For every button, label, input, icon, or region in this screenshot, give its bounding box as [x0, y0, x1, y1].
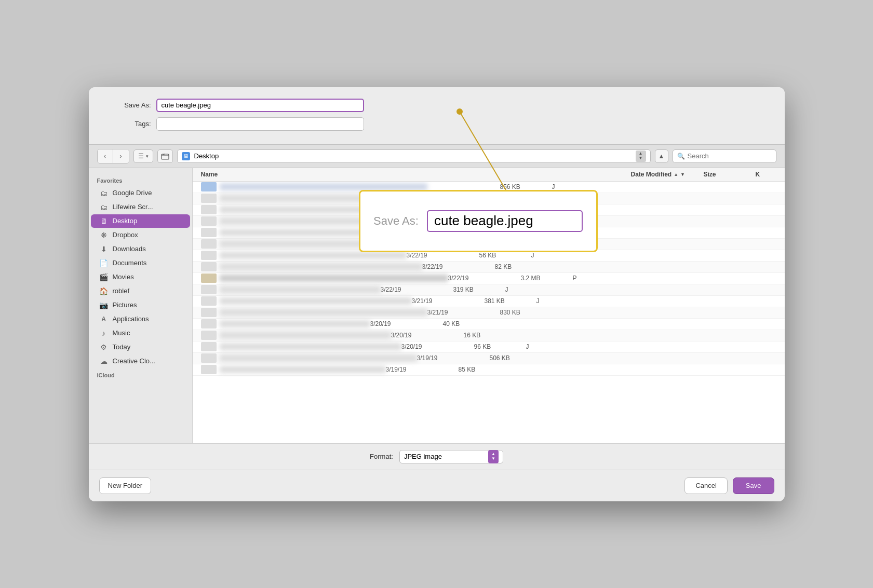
- view-lines-icon: ☰: [138, 153, 144, 160]
- save-button[interactable]: Save: [733, 477, 774, 494]
- annotation-save-as-label: Save As:: [373, 214, 419, 228]
- search-input[interactable]: [688, 152, 772, 160]
- sidebar-item-today[interactable]: ⚙ Today: [91, 340, 190, 354]
- save-as-input[interactable]: [156, 99, 364, 112]
- dialog-top: Save As: Tags:: [89, 87, 785, 144]
- sidebar-item-applications[interactable]: A Applications: [91, 312, 190, 326]
- movies-icon: 🎬: [99, 272, 109, 282]
- file-date: 3/21/19: [427, 309, 500, 316]
- file-size: 16 KB: [464, 332, 516, 339]
- col-name-header: Name: [201, 171, 631, 178]
- file-size: 85 KB: [459, 366, 511, 373]
- file-kind: J: [531, 252, 552, 259]
- sidebar-item-pictures[interactable]: 📷 Pictures: [91, 298, 190, 312]
- sidebar-item-roblef[interactable]: 🏠 roblef: [91, 284, 190, 298]
- creative-cloud-icon: ☁: [99, 357, 109, 366]
- view-options-button[interactable]: ☰ ▾: [133, 149, 153, 163]
- downloads-icon: ⬇: [99, 244, 109, 254]
- file-kind: J: [526, 343, 547, 350]
- file-kind: J: [552, 183, 573, 190]
- table-row[interactable]: 3/21/19 381 KB J: [193, 296, 785, 307]
- sidebar: Favorites 🗂 Google Drive 🗂 Lifewire Scr.…: [89, 168, 193, 443]
- sidebar-item-label: Lifewire Scr...: [113, 203, 153, 211]
- tags-row: Tags:: [110, 117, 764, 131]
- format-stepper[interactable]: ▲ ▼: [488, 450, 499, 463]
- file-name: [220, 354, 417, 362]
- toolbar: ‹ › ☰ ▾ 🖥 Desktop ▲ ▼ ▲ 🔍: [89, 144, 785, 168]
- file-thumbnail: [201, 194, 217, 203]
- view-dropdown-icon: ▾: [146, 154, 149, 159]
- file-thumbnail: [201, 319, 217, 329]
- table-row[interactable]: 3/20/19 16 KB: [193, 330, 785, 341]
- file-name: [220, 252, 407, 259]
- format-select[interactable]: JPEG image ▲ ▼: [399, 450, 503, 463]
- table-row[interactable]: 3/22/19 319 KB J: [193, 284, 785, 296]
- file-thumbnail: [201, 342, 217, 351]
- sidebar-item-creative-cloud[interactable]: ☁ Creative Clo...: [91, 354, 190, 368]
- sidebar-item-label: Creative Clo...: [113, 357, 155, 365]
- file-size: 319 KB: [453, 286, 505, 293]
- file-thumbnail: [201, 274, 217, 283]
- format-row: Format: JPEG image ▲ ▼: [89, 443, 785, 470]
- dropbox-icon: ❋: [99, 230, 109, 240]
- annotation-filename-input[interactable]: [427, 210, 583, 232]
- expand-button[interactable]: ▲: [655, 149, 668, 163]
- file-date: 3/19/19: [386, 366, 459, 373]
- sidebar-item-movies[interactable]: 🎬 Movies: [91, 270, 190, 284]
- lifewire-icon: 🗂: [99, 202, 109, 212]
- file-date: 3/20/19: [401, 343, 474, 350]
- desktop-icon: 🖥: [182, 152, 190, 160]
- sidebar-item-documents[interactable]: 📄 Documents: [91, 256, 190, 270]
- sidebar-item-label: Downloads: [113, 245, 146, 253]
- cancel-button[interactable]: Cancel: [684, 477, 727, 494]
- file-size: 40 KB: [443, 320, 495, 327]
- sidebar-item-downloads[interactable]: ⬇ Downloads: [91, 242, 190, 256]
- file-size: 856 KB: [500, 183, 552, 190]
- file-name: [220, 286, 381, 293]
- file-thumbnail: [201, 308, 217, 317]
- save-dialog: Save As: Tags: ‹ › ☰ ▾ 🖥 Desktop: [89, 87, 785, 501]
- forward-button[interactable]: ›: [113, 149, 129, 163]
- back-button[interactable]: ‹: [98, 149, 113, 163]
- music-icon: ♪: [99, 329, 109, 338]
- table-row[interactable]: 3/22/19 82 KB: [193, 262, 785, 273]
- desktop-sidebar-icon: 🖥: [99, 216, 109, 226]
- location-label: Desktop: [194, 152, 219, 160]
- table-row[interactable]: 3/19/19 506 KB: [193, 353, 785, 364]
- table-row[interactable]: 3/20/19 96 KB J: [193, 341, 785, 353]
- sidebar-item-lifewire[interactable]: 🗂 Lifewire Scr...: [91, 200, 190, 214]
- table-row[interactable]: 3/20/19 40 KB: [193, 319, 785, 330]
- file-kind: J: [536, 297, 557, 305]
- file-list-header: Name Date Modified ▲ ▾ Size K: [193, 168, 785, 182]
- bottom-bar: New Folder Cancel Save: [89, 470, 785, 501]
- location-selector[interactable]: 🖥 Desktop ▲ ▼: [177, 149, 651, 163]
- location-stepper[interactable]: ▲ ▼: [636, 151, 646, 162]
- google-drive-icon: 🗂: [99, 188, 109, 198]
- file-thumbnail: [201, 331, 217, 340]
- favorites-section-label: Favorites: [89, 175, 192, 186]
- search-icon: 🔍: [677, 153, 685, 160]
- file-date: 3/22/19: [407, 252, 479, 259]
- icloud-section-label: iCloud: [89, 370, 192, 380]
- file-thumbnail: [201, 251, 217, 260]
- tags-input[interactable]: [156, 117, 364, 131]
- sort-icon[interactable]: ▲: [674, 172, 678, 177]
- table-row[interactable]: 3/21/19 830 KB: [193, 307, 785, 319]
- new-folder-toolbar-button[interactable]: [157, 149, 173, 163]
- sidebar-item-desktop[interactable]: 🖥 Desktop: [91, 214, 190, 228]
- sidebar-item-music[interactable]: ♪ Music: [91, 326, 190, 340]
- file-date: 3/19/19: [417, 354, 490, 362]
- file-size: 3.2 MB: [521, 275, 573, 282]
- sidebar-item-label: Today: [113, 343, 131, 351]
- file-date: 3/22/19: [422, 263, 495, 270]
- new-folder-button[interactable]: New Folder: [99, 477, 151, 494]
- file-thumbnail: [201, 296, 217, 306]
- table-row[interactable]: 3/22/19 3.2 MB P: [193, 273, 785, 284]
- col-size-header: Size: [704, 171, 756, 178]
- sidebar-item-dropbox[interactable]: ❋ Dropbox: [91, 228, 190, 242]
- file-name: [220, 309, 427, 316]
- sidebar-item-google-drive[interactable]: 🗂 Google Drive: [91, 186, 190, 200]
- col-date-dropdown[interactable]: ▾: [681, 172, 684, 177]
- table-row[interactable]: 3/19/19 85 KB: [193, 364, 785, 376]
- file-size: 96 KB: [474, 343, 526, 350]
